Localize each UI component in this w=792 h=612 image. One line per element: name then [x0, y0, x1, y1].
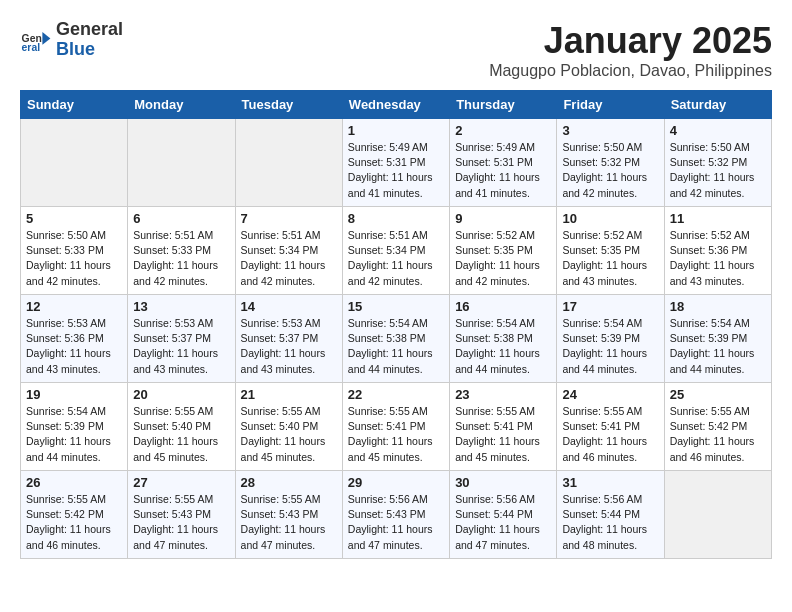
calendar-cell: 3Sunrise: 5:50 AM Sunset: 5:32 PM Daylig… — [557, 119, 664, 207]
calendar-cell: 8Sunrise: 5:51 AM Sunset: 5:34 PM Daylig… — [342, 207, 449, 295]
calendar-cell — [235, 119, 342, 207]
day-number: 21 — [241, 387, 337, 402]
day-info: Sunrise: 5:51 AM Sunset: 5:33 PM Dayligh… — [133, 228, 229, 289]
day-info: Sunrise: 5:50 AM Sunset: 5:32 PM Dayligh… — [670, 140, 766, 201]
weekday-header-cell: Wednesday — [342, 91, 449, 119]
calendar-cell: 15Sunrise: 5:54 AM Sunset: 5:38 PM Dayli… — [342, 295, 449, 383]
day-info: Sunrise: 5:49 AM Sunset: 5:31 PM Dayligh… — [348, 140, 444, 201]
calendar-cell: 4Sunrise: 5:50 AM Sunset: 5:32 PM Daylig… — [664, 119, 771, 207]
day-info: Sunrise: 5:55 AM Sunset: 5:42 PM Dayligh… — [26, 492, 122, 553]
title-area: January 2025 Magugpo Poblacion, Davao, P… — [489, 20, 772, 80]
day-number: 28 — [241, 475, 337, 490]
day-number: 14 — [241, 299, 337, 314]
day-info: Sunrise: 5:49 AM Sunset: 5:31 PM Dayligh… — [455, 140, 551, 201]
day-info: Sunrise: 5:53 AM Sunset: 5:36 PM Dayligh… — [26, 316, 122, 377]
day-info: Sunrise: 5:52 AM Sunset: 5:36 PM Dayligh… — [670, 228, 766, 289]
day-info: Sunrise: 5:55 AM Sunset: 5:41 PM Dayligh… — [455, 404, 551, 465]
day-number: 12 — [26, 299, 122, 314]
day-info: Sunrise: 5:55 AM Sunset: 5:40 PM Dayligh… — [133, 404, 229, 465]
day-number: 15 — [348, 299, 444, 314]
day-info: Sunrise: 5:51 AM Sunset: 5:34 PM Dayligh… — [241, 228, 337, 289]
day-info: Sunrise: 5:55 AM Sunset: 5:41 PM Dayligh… — [562, 404, 658, 465]
calendar-table: SundayMondayTuesdayWednesdayThursdayFrid… — [20, 90, 772, 559]
day-number: 29 — [348, 475, 444, 490]
calendar-week-row: 1Sunrise: 5:49 AM Sunset: 5:31 PM Daylig… — [21, 119, 772, 207]
svg-marker-2 — [42, 32, 50, 45]
day-number: 2 — [455, 123, 551, 138]
calendar-cell — [664, 471, 771, 559]
day-number: 10 — [562, 211, 658, 226]
calendar-week-row: 12Sunrise: 5:53 AM Sunset: 5:36 PM Dayli… — [21, 295, 772, 383]
logo-general: General — [56, 20, 123, 40]
weekday-header-cell: Friday — [557, 91, 664, 119]
calendar-week-row: 19Sunrise: 5:54 AM Sunset: 5:39 PM Dayli… — [21, 383, 772, 471]
calendar-cell: 11Sunrise: 5:52 AM Sunset: 5:36 PM Dayli… — [664, 207, 771, 295]
calendar-cell: 24Sunrise: 5:55 AM Sunset: 5:41 PM Dayli… — [557, 383, 664, 471]
day-info: Sunrise: 5:54 AM Sunset: 5:39 PM Dayligh… — [26, 404, 122, 465]
day-number: 13 — [133, 299, 229, 314]
day-number: 27 — [133, 475, 229, 490]
logo-icon: Gen eral — [20, 24, 52, 56]
svg-text:eral: eral — [22, 42, 41, 53]
calendar-cell: 1Sunrise: 5:49 AM Sunset: 5:31 PM Daylig… — [342, 119, 449, 207]
day-info: Sunrise: 5:56 AM Sunset: 5:44 PM Dayligh… — [562, 492, 658, 553]
calendar-cell: 22Sunrise: 5:55 AM Sunset: 5:41 PM Dayli… — [342, 383, 449, 471]
calendar-cell: 10Sunrise: 5:52 AM Sunset: 5:35 PM Dayli… — [557, 207, 664, 295]
logo-blue: Blue — [56, 40, 123, 60]
calendar-cell: 27Sunrise: 5:55 AM Sunset: 5:43 PM Dayli… — [128, 471, 235, 559]
day-number: 16 — [455, 299, 551, 314]
location-title: Magugpo Poblacion, Davao, Philippines — [489, 62, 772, 80]
day-number: 17 — [562, 299, 658, 314]
weekday-header-cell: Sunday — [21, 91, 128, 119]
day-info: Sunrise: 5:54 AM Sunset: 5:38 PM Dayligh… — [455, 316, 551, 377]
day-info: Sunrise: 5:52 AM Sunset: 5:35 PM Dayligh… — [455, 228, 551, 289]
day-number: 11 — [670, 211, 766, 226]
day-number: 30 — [455, 475, 551, 490]
day-number: 24 — [562, 387, 658, 402]
day-info: Sunrise: 5:54 AM Sunset: 5:39 PM Dayligh… — [670, 316, 766, 377]
day-info: Sunrise: 5:56 AM Sunset: 5:44 PM Dayligh… — [455, 492, 551, 553]
calendar-cell: 16Sunrise: 5:54 AM Sunset: 5:38 PM Dayli… — [450, 295, 557, 383]
calendar-cell: 26Sunrise: 5:55 AM Sunset: 5:42 PM Dayli… — [21, 471, 128, 559]
weekday-header: SundayMondayTuesdayWednesdayThursdayFrid… — [21, 91, 772, 119]
calendar-cell — [21, 119, 128, 207]
day-number: 22 — [348, 387, 444, 402]
header: Gen eral General Blue January 2025 Magug… — [20, 20, 772, 80]
day-number: 7 — [241, 211, 337, 226]
calendar-cell: 2Sunrise: 5:49 AM Sunset: 5:31 PM Daylig… — [450, 119, 557, 207]
calendar-cell: 25Sunrise: 5:55 AM Sunset: 5:42 PM Dayli… — [664, 383, 771, 471]
day-info: Sunrise: 5:54 AM Sunset: 5:38 PM Dayligh… — [348, 316, 444, 377]
calendar-cell — [128, 119, 235, 207]
calendar-cell: 29Sunrise: 5:56 AM Sunset: 5:43 PM Dayli… — [342, 471, 449, 559]
weekday-header-cell: Monday — [128, 91, 235, 119]
weekday-header-cell: Thursday — [450, 91, 557, 119]
logo-text: General Blue — [56, 20, 123, 60]
calendar-cell: 20Sunrise: 5:55 AM Sunset: 5:40 PM Dayli… — [128, 383, 235, 471]
calendar-cell: 19Sunrise: 5:54 AM Sunset: 5:39 PM Dayli… — [21, 383, 128, 471]
calendar-cell: 9Sunrise: 5:52 AM Sunset: 5:35 PM Daylig… — [450, 207, 557, 295]
day-number: 20 — [133, 387, 229, 402]
day-info: Sunrise: 5:54 AM Sunset: 5:39 PM Dayligh… — [562, 316, 658, 377]
day-number: 4 — [670, 123, 766, 138]
day-info: Sunrise: 5:53 AM Sunset: 5:37 PM Dayligh… — [241, 316, 337, 377]
day-info: Sunrise: 5:55 AM Sunset: 5:41 PM Dayligh… — [348, 404, 444, 465]
calendar-cell: 18Sunrise: 5:54 AM Sunset: 5:39 PM Dayli… — [664, 295, 771, 383]
calendar-cell: 17Sunrise: 5:54 AM Sunset: 5:39 PM Dayli… — [557, 295, 664, 383]
day-number: 31 — [562, 475, 658, 490]
day-number: 6 — [133, 211, 229, 226]
day-info: Sunrise: 5:56 AM Sunset: 5:43 PM Dayligh… — [348, 492, 444, 553]
calendar-cell: 31Sunrise: 5:56 AM Sunset: 5:44 PM Dayli… — [557, 471, 664, 559]
calendar-cell: 14Sunrise: 5:53 AM Sunset: 5:37 PM Dayli… — [235, 295, 342, 383]
calendar-cell: 28Sunrise: 5:55 AM Sunset: 5:43 PM Dayli… — [235, 471, 342, 559]
day-number: 5 — [26, 211, 122, 226]
day-number: 26 — [26, 475, 122, 490]
day-number: 18 — [670, 299, 766, 314]
calendar-cell: 23Sunrise: 5:55 AM Sunset: 5:41 PM Dayli… — [450, 383, 557, 471]
calendar-cell: 5Sunrise: 5:50 AM Sunset: 5:33 PM Daylig… — [21, 207, 128, 295]
day-number: 3 — [562, 123, 658, 138]
day-number: 23 — [455, 387, 551, 402]
day-info: Sunrise: 5:55 AM Sunset: 5:42 PM Dayligh… — [670, 404, 766, 465]
calendar-body: 1Sunrise: 5:49 AM Sunset: 5:31 PM Daylig… — [21, 119, 772, 559]
calendar-week-row: 26Sunrise: 5:55 AM Sunset: 5:42 PM Dayli… — [21, 471, 772, 559]
calendar-cell: 13Sunrise: 5:53 AM Sunset: 5:37 PM Dayli… — [128, 295, 235, 383]
